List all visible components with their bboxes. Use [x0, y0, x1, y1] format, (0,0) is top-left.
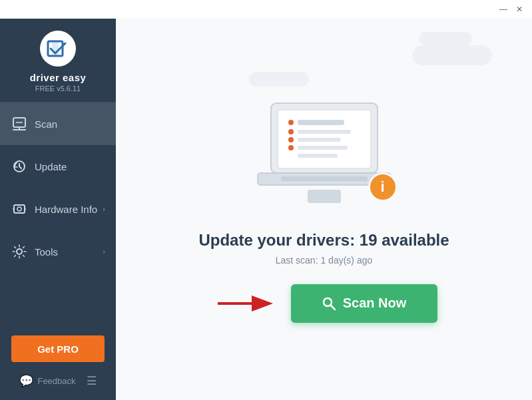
sidebar: driver easy FREE v5.6.11 Scan: [0, 19, 116, 400]
tools-chevron-icon: ›: [103, 248, 105, 256]
sidebar-item-update[interactable]: Update: [0, 145, 116, 188]
svg-rect-7: [14, 205, 25, 213]
logo-svg: [45, 36, 71, 61]
svg-point-8: [17, 207, 21, 211]
sidebar-bottom-bar: 💬 Feedback ☰: [19, 369, 96, 391]
arrow-icon: [211, 290, 278, 317]
scan-label: Scan: [35, 118, 105, 130]
tools-icon: [11, 243, 28, 260]
search-icon: [322, 296, 336, 311]
main-subtitle: Last scan: 1 day(s) ago: [276, 255, 373, 266]
svg-point-19: [288, 120, 294, 125]
scan-now-button[interactable]: Scan Now: [291, 284, 437, 323]
svg-rect-25: [308, 190, 341, 203]
svg-rect-18: [298, 154, 338, 158]
info-badge: i: [368, 172, 398, 202]
list-icon[interactable]: ☰: [87, 374, 97, 388]
hardware-chevron-icon: ›: [103, 205, 105, 213]
laptop-illustration: i: [244, 97, 404, 212]
titlebar: — ✕: [0, 0, 532, 19]
update-icon: [11, 158, 28, 175]
cloud-decoration-1: [412, 45, 492, 65]
sidebar-logo: driver easy FREE v5.6.11: [0, 19, 116, 102]
app-name: driver easy: [30, 72, 87, 83]
minimize-button[interactable]: —: [496, 2, 511, 17]
sidebar-nav: Scan Update: [0, 102, 116, 326]
svg-point-11: [17, 249, 22, 254]
tools-label: Tools: [35, 246, 103, 258]
svg-rect-24: [281, 176, 368, 181]
sidebar-item-hardware-info[interactable]: Hardware Info ›: [0, 188, 116, 230]
logo-icon: [40, 31, 76, 67]
main-content: i Update your drivers: 19 available Last…: [116, 19, 532, 400]
svg-point-20: [288, 129, 294, 134]
cloud-decoration-3: [249, 72, 309, 87]
sidebar-item-tools[interactable]: Tools ›: [0, 230, 116, 273]
hardware-icon: [11, 200, 28, 218]
arrow-container: [211, 290, 278, 317]
feedback-icon: 💬: [19, 374, 33, 388]
feedback-item[interactable]: 💬 Feedback: [19, 374, 75, 388]
app-body: driver easy FREE v5.6.11 Scan: [0, 19, 532, 400]
update-label: Update: [35, 161, 105, 172]
app-window: — ✕ driver easy FREE v5.6.11: [0, 0, 532, 400]
cloud-decoration-2: [419, 32, 472, 45]
close-button[interactable]: ✕: [512, 2, 527, 17]
sidebar-footer: Get PRO 💬 Feedback ☰: [0, 326, 116, 400]
svg-rect-15: [298, 130, 351, 134]
scan-icon: [11, 115, 28, 132]
sidebar-item-scan[interactable]: Scan: [0, 102, 116, 145]
svg-rect-17: [298, 146, 348, 150]
svg-rect-14: [298, 120, 344, 125]
svg-line-29: [331, 305, 335, 309]
svg-point-22: [288, 145, 294, 150]
get-pro-button[interactable]: Get PRO: [11, 335, 105, 362]
svg-rect-16: [298, 138, 341, 142]
svg-point-21: [288, 137, 294, 142]
scan-now-label: Scan Now: [343, 296, 407, 311]
feedback-label: Feedback: [37, 376, 75, 386]
hardware-info-label: Hardware Info: [35, 204, 103, 215]
scan-row: Scan Now: [211, 284, 437, 323]
app-version: FREE v5.6.11: [35, 85, 81, 93]
main-title: Update your drivers: 19 available: [198, 231, 449, 250]
